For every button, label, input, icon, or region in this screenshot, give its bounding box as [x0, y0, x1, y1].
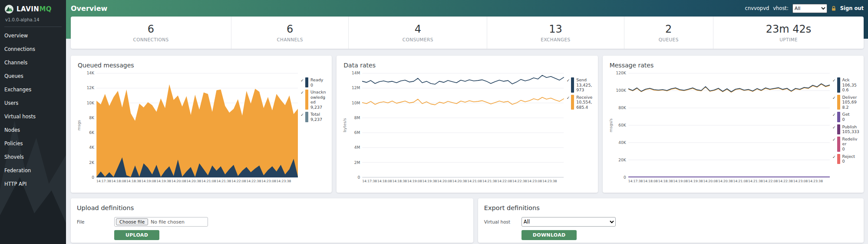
sidebar-item-federation[interactable]: Federation [0, 164, 66, 177]
legend-swatch [837, 124, 840, 134]
x-tick: 14:20:38 [718, 179, 733, 183]
sidebar-item-nodes[interactable]: Nodes [0, 123, 66, 137]
y-tick: 100K [616, 87, 626, 94]
legend-series-value: 10,554,685.4 [576, 100, 593, 110]
stats-bar: 6CONNECTIONS6CHANNELS4CONSUMERS13EXCHANG… [71, 17, 864, 49]
main-area: Overview cnvvopvd vhost: All Sign out 6C… [66, 0, 868, 244]
legend-item-unacknowledged[interactable]: ✓Unacknowledged9,237 [300, 90, 327, 110]
chart-body: msgs14K12K10K8K6K4K2K014:17:3814:18:0814… [77, 73, 327, 183]
sidebar-item-channels[interactable]: Channels [0, 56, 66, 69]
legend-swatch [837, 137, 840, 152]
sidebar-item-connections[interactable]: Connections [0, 42, 66, 56]
legend-item-deliver[interactable]: ✓Deliver105,698.2 [832, 95, 859, 110]
stat-value: 6 [148, 23, 154, 35]
signout-icon [831, 6, 836, 11]
x-tick: 14:18:38 [392, 179, 407, 183]
y-tick: 2K [89, 159, 94, 167]
chart-body: msgs/s120K100K80K60K40K20K014:17:3814:18… [609, 73, 859, 183]
stat-cell-uptime: 23m 42sUPTIME [713, 17, 864, 49]
x-tick: 14:21:08 [733, 179, 748, 183]
brand-text: LAVINMQ [17, 5, 52, 13]
legend-series-name: Ready [310, 77, 323, 83]
legend-item-total[interactable]: ✓Total9,237 [300, 112, 327, 122]
x-tick: 14:20:08 [703, 179, 718, 183]
legend-text: Redeliver0 [842, 137, 859, 152]
legend-swatch [837, 95, 840, 110]
brand[interactable]: LAVINMQ [0, 0, 66, 14]
sidebar-item-http-api[interactable]: HTTP API [0, 177, 66, 191]
legend-item-publish[interactable]: ✓Publish105,333 [832, 124, 859, 134]
x-tick: 14:19:38 [422, 179, 437, 183]
legend-series-value: 0 [842, 147, 859, 152]
stat-cell-exchanges: 13EXCHANGES [487, 17, 624, 49]
stat-cell-consumers: 4CONSUMERS [349, 17, 487, 49]
series-send [362, 75, 564, 84]
export-vhost-select[interactable]: All [521, 217, 616, 227]
legend-series-name: Unacknowledged [310, 90, 327, 105]
legend-checkmark: ✓ [832, 96, 836, 110]
file-label: File [77, 217, 114, 240]
vhost-label: vhost: [773, 5, 789, 11]
upload-button[interactable]: UPLOAD [114, 230, 159, 240]
legend-series-value: 0 [842, 117, 850, 122]
legend-item-get[interactable]: ✓Get0 [832, 112, 859, 122]
file-input[interactable]: Choose file No file chosen [114, 217, 208, 227]
legend-item-redeliver[interactable]: ✓Redeliver0 [832, 137, 859, 152]
sidebar-item-queues[interactable]: Queues [0, 69, 66, 83]
export-form-row: Virtual host All DOWNLOAD [484, 217, 858, 240]
sidebar-item-policies[interactable]: Policies [0, 137, 66, 150]
download-button[interactable]: DOWNLOAD [521, 230, 577, 240]
y-tick: 80K [618, 104, 626, 112]
x-tick: 14:17:38 [628, 179, 643, 183]
chart-card-message-rates: Message ratesmsgs/s120K100K80K60K40K20K0… [603, 56, 864, 193]
choose-file-button[interactable]: Choose file [116, 218, 148, 225]
legend-series-name: Total [310, 112, 322, 117]
x-tick-labels: 14:17:3814:18:0814:18:3814:19:0814:19:38… [628, 179, 830, 183]
x-tick: 14:21:08 [201, 179, 216, 183]
sidebar-item-overview[interactable]: Overview [0, 29, 66, 42]
upload-form-row: File Choose file No file chosen UPLOAD [77, 217, 467, 240]
legend-swatch [305, 90, 308, 110]
legend-series-value: 0 [310, 83, 323, 88]
legend-text: Receive10,554,685.4 [576, 95, 593, 110]
bottom-row: Upload definitions File Choose file No f… [71, 198, 864, 243]
x-tick: 14:21:38 [748, 179, 763, 183]
series-deliver [628, 84, 830, 92]
x-tick-labels: 14:17:3814:18:0814:18:3814:19:0814:19:38… [96, 179, 298, 183]
x-tick: 14:23:08 [527, 179, 542, 183]
y-tick: 4K [89, 144, 94, 151]
legend-item-send[interactable]: ✓Send13,425,973 [567, 77, 594, 93]
legend-series-value: 106,350.6 [842, 83, 859, 93]
legend-series-name: Publish [842, 124, 859, 130]
sidebar-item-exchanges[interactable]: Exchanges [0, 83, 66, 96]
sidebar-item-shovels[interactable]: Shovels [0, 150, 66, 164]
chart-plot-message-rates [628, 73, 830, 177]
vhost-select[interactable]: All [792, 4, 827, 13]
sidebar-item-users[interactable]: Users [0, 96, 66, 110]
legend-checkmark: ✓ [832, 125, 836, 134]
chart-card-data-rates: Data ratesbytes/s14M12M10M8M6M4M2M014:17… [337, 56, 597, 193]
legend-item-ready[interactable]: ✓Ready0 [300, 77, 327, 87]
x-tick: 14:19:08 [142, 179, 156, 183]
legend-item-ack[interactable]: ✓Ack106,350.6 [832, 77, 859, 93]
brand-mq: MQ [39, 5, 52, 13]
legend-series-value: 13,425,973 [576, 83, 593, 93]
legend-swatch [571, 77, 574, 93]
stat-label: CHANNELS [277, 37, 303, 42]
legend-item-receive[interactable]: ✓Receive10,554,685.4 [567, 95, 594, 110]
series-receive [362, 97, 564, 105]
stat-value: 23m 42s [766, 23, 812, 35]
signout-link[interactable]: Sign out [840, 5, 864, 11]
legend-checkmark: ✓ [832, 137, 836, 152]
legend-series-name: Reject [842, 154, 855, 159]
brand-lavin: LAVIN [17, 5, 39, 13]
sidebar-divider [4, 27, 62, 27]
chart-plot-queued-messages [96, 73, 298, 177]
sidebar-item-virtual-hosts[interactable]: Virtual hosts [0, 110, 66, 123]
sidebar-nav: OverviewConnectionsChannelsQueuesExchang… [0, 29, 66, 191]
username-label: cnvvopvd [745, 5, 769, 11]
x-tick: 14:21:38 [482, 179, 497, 183]
legend-item-reject[interactable]: ✓Reject0 [832, 154, 859, 164]
stat-value: 2 [665, 23, 672, 35]
x-tick: 14:17:38 [96, 179, 111, 183]
